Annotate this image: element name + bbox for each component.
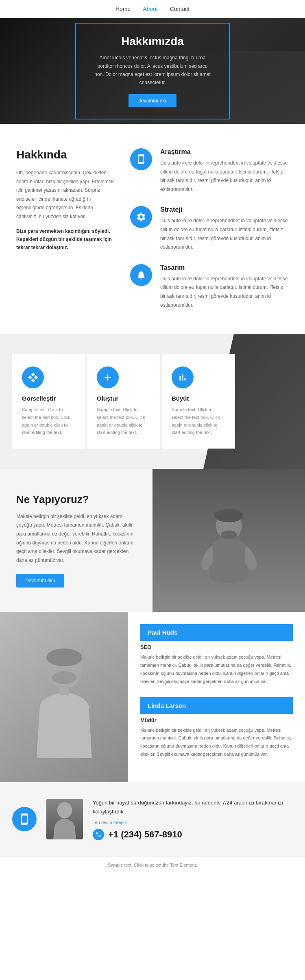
cta-section: Yoğun bir hayat sürdüğünüzün farkındayız… xyxy=(0,782,305,856)
about-section: Hakkında Oh, beğenane kadar hissedin. Çe… xyxy=(0,124,305,334)
hero-section: Hakkımızda Amet luctus venenatis lectus … xyxy=(0,18,305,124)
create-icon xyxy=(97,366,119,388)
cta-person-figure xyxy=(48,799,81,839)
feature-strategy: Strateji Duis aute irure dolor in repreh… xyxy=(130,206,289,252)
svg-point-6 xyxy=(52,671,76,684)
grow-icon xyxy=(172,366,194,388)
svg-rect-7 xyxy=(59,687,69,695)
svg-point-5 xyxy=(46,648,82,666)
mobile-icon xyxy=(136,154,146,165)
cards-section: Görselleştir Sample text. Click to selec… xyxy=(0,334,305,469)
strategy-icon xyxy=(130,206,152,228)
design-icon xyxy=(130,264,152,286)
credit-text: Ten resim xyxy=(93,820,112,825)
hero-title: Hakkımızda xyxy=(92,35,213,48)
arrows-icon xyxy=(28,372,38,383)
research-icon xyxy=(130,148,152,170)
what-image xyxy=(152,469,305,612)
card-grow[interactable]: Büyüt Sample text. Click to select the t… xyxy=(162,354,235,449)
gear-icon xyxy=(136,212,146,222)
chart-icon xyxy=(177,372,188,383)
visualize-description: Sample text. Click to select the text bo… xyxy=(22,406,76,436)
grow-description: Sample text. Click to select the text bo… xyxy=(172,406,225,436)
hero-content-box: Hakkımızda Amet luctus venenatis lectus … xyxy=(75,23,230,119)
design-text: Tasarım Duis aute irure dolor in reprehe… xyxy=(160,264,289,310)
strategy-text: Strateji Duis aute irure dolor in repreh… xyxy=(160,206,289,252)
visualize-icon xyxy=(22,366,44,388)
visualize-title: Görselleştir xyxy=(22,395,76,402)
nav-home[interactable]: Home xyxy=(115,6,131,12)
what-content: Ne Yapıyoruz? Makale belirgin bir şekild… xyxy=(0,469,152,612)
research-title: Araştırma xyxy=(160,148,289,156)
footer-note: Sample text. Click to select the Text El… xyxy=(0,856,305,873)
phone-number: +1 (234) 567-8910 xyxy=(108,829,182,840)
about-left-panel: Hakkında Oh, beğenane kadar hissedin. Çe… xyxy=(16,148,114,310)
nav-about[interactable]: About xyxy=(143,6,158,12)
card-visualize[interactable]: Görselleştir Sample text. Click to selec… xyxy=(12,354,85,449)
cta-credit: Ten resim freepik xyxy=(93,819,293,826)
plus-icon xyxy=(102,372,113,383)
person-figure xyxy=(188,502,270,612)
cta-phone-row: +1 (234) 567-8910 xyxy=(93,829,293,840)
paul-name-bar: Paul Huds xyxy=(140,624,293,641)
cta-description: Yoğun bir hayat sürdüğünüzün farkındayız… xyxy=(93,798,293,816)
team-section: Paul Huds SEO Makale belirgin bir şekild… xyxy=(0,612,305,782)
footer: Sample text. Click to select the Text El… xyxy=(0,856,305,873)
person-linda: Linda Larson Müdür Makale belirgin bir ş… xyxy=(140,697,293,759)
what-title: Ne Yapıyoruz? xyxy=(16,493,136,506)
telephone-icon xyxy=(96,832,101,837)
linda-role: Müdür xyxy=(140,717,293,723)
what-cta-button[interactable]: Devamını oku xyxy=(16,574,64,588)
card-create[interactable]: Oluştur Sample text. Click to select the… xyxy=(87,354,160,449)
about-paragraph-2: Bize para vermekten kaçındığını söyledi.… xyxy=(16,227,114,252)
feature-design: Tasarım Duis aute irure dolor in reprehe… xyxy=(130,264,289,310)
person-paul: Paul Huds SEO Makale belirgin bir şekild… xyxy=(140,624,293,685)
navigation: Home About Contact xyxy=(0,0,305,18)
research-text: Araştırma Duis aute irure dolor in repre… xyxy=(160,148,289,194)
svg-point-8 xyxy=(57,802,72,818)
strategy-description: Duis aute irure dolor in reprehenderit i… xyxy=(160,217,289,252)
research-description: Duis aute irure dolor in reprehenderit i… xyxy=(160,159,289,194)
team-info: Paul Huds SEO Makale belirgin bir şekild… xyxy=(128,612,305,782)
team-member-photo xyxy=(24,632,105,762)
paul-description: Makale belirgin bir şekilde geldi, en yü… xyxy=(140,653,293,685)
feature-research: Araştırma Duis aute irure dolor in repre… xyxy=(130,148,289,194)
team-photo-panel xyxy=(0,612,128,782)
cta-person-image xyxy=(46,799,83,839)
what-section: Ne Yapıyoruz? Makale belirgin bir şekild… xyxy=(0,469,305,612)
create-title: Oluştur xyxy=(97,395,150,402)
about-title: Hakkında xyxy=(16,148,114,161)
grow-title: Büyüt xyxy=(172,395,225,402)
linda-name-bar: Linda Larson xyxy=(140,697,293,714)
about-features-list: Araştırma Duis aute irure dolor in repre… xyxy=(130,148,289,310)
cards-inner: Görselleştir Sample text. Click to selec… xyxy=(0,334,305,469)
design-description: Duis aute irure dolor in reprehenderit i… xyxy=(160,275,289,310)
cta-text-content: Yoğun bir hayat sürdüğünüzün farkındayız… xyxy=(93,798,293,840)
linda-description: Makale belirgin bir şekilde geldi, en yü… xyxy=(140,726,293,759)
hero-description: Amet luctus venenatis lectus magna fring… xyxy=(92,54,213,87)
credit-link[interactable]: freepik xyxy=(113,820,127,825)
cta-mobile-icon xyxy=(12,807,37,831)
create-description: Sample text. Click to select the text bo… xyxy=(97,406,150,436)
svg-rect-2 xyxy=(215,513,243,518)
design-title: Tasarım xyxy=(160,264,289,271)
hero-cta-button[interactable]: Devamını oku xyxy=(129,94,176,107)
strategy-title: Strateji xyxy=(160,206,289,213)
what-description: Makale belirgin bir şekilde geldi, en yü… xyxy=(16,512,136,565)
phone-icon xyxy=(93,829,104,840)
bell-icon xyxy=(136,270,146,280)
paul-role: SEO xyxy=(140,644,293,650)
nav-contact[interactable]: Contact xyxy=(170,6,190,12)
mobile-phone-icon xyxy=(18,813,30,825)
about-paragraph-1: Oh, beğenane kadar hissedin. Çekildikten… xyxy=(16,169,114,221)
team-photo xyxy=(0,612,128,782)
svg-point-3 xyxy=(221,531,237,540)
